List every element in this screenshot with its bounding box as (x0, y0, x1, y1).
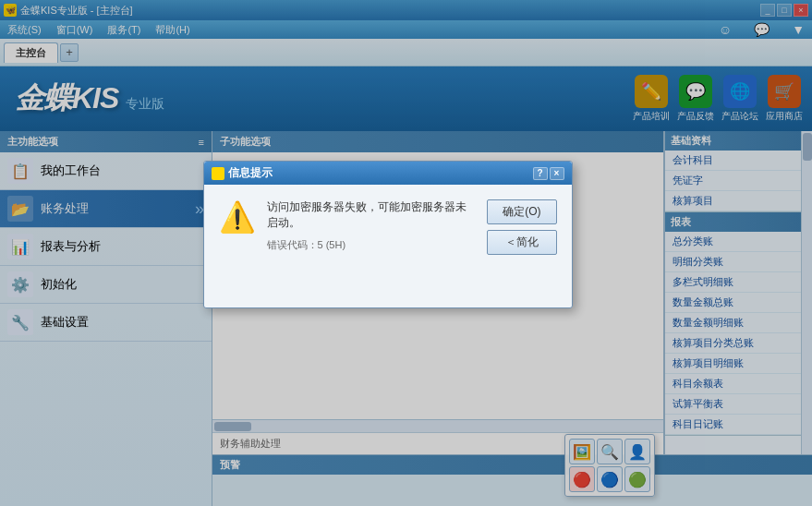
modal-text-area: 访问加密服务器失败，可能加密服务器未启动。 错误代码：5 (5H) (267, 199, 477, 255)
modal-overlay: 信息提示 ? × ⚠️ 访问加密服务器失败，可能加密服务器未启动。 错误代码：5… (0, 0, 812, 506)
modal-confirm-button[interactable]: 确定(O) (487, 199, 556, 224)
modal-close-button[interactable]: × (550, 167, 564, 180)
modal-help-button[interactable]: ? (533, 167, 548, 180)
modal-error-code: 错误代码：5 (5H) (267, 238, 477, 252)
modal-title-text: 信息提示 (228, 165, 273, 181)
modal-minimize-button[interactable]: ＜简化 (487, 230, 556, 255)
modal-main-text: 访问加密服务器失败，可能加密服务器未启动。 (267, 199, 477, 231)
modal-body: ⚠️ 访问加密服务器失败，可能加密服务器未启动。 错误代码：5 (5H) 确定(… (204, 185, 572, 266)
modal-title-controls: ? × (533, 167, 564, 180)
modal-title-bar: 信息提示 ? × (204, 162, 572, 185)
modal-side-buttons: 确定(O) ＜简化 (487, 199, 556, 255)
modal-dialog: 信息提示 ? × ⚠️ 访问加密服务器失败，可能加密服务器未启动。 错误代码：5… (203, 161, 573, 308)
modal-warning-icon: ⚠️ (219, 199, 256, 255)
modal-title-icon (212, 167, 224, 180)
modal-title-left: 信息提示 (212, 165, 273, 181)
